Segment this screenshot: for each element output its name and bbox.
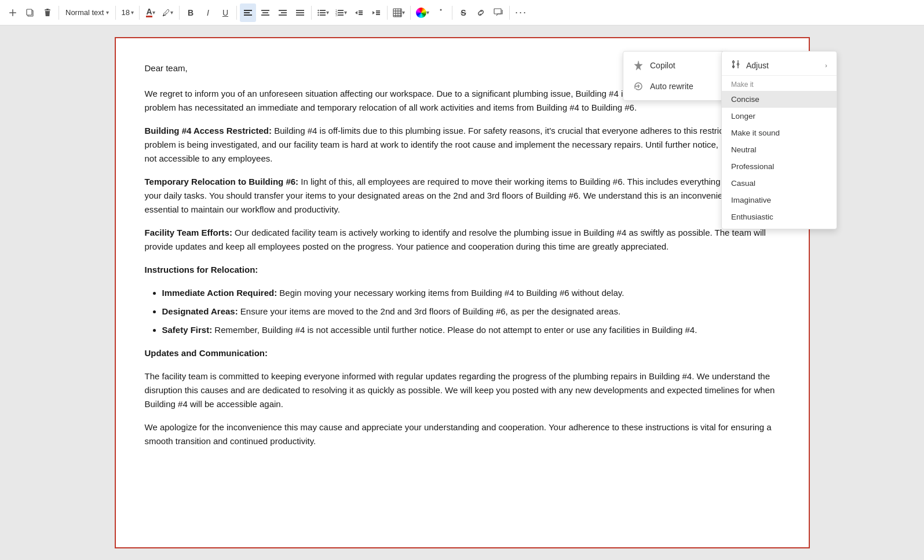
svg-rect-2 — [244, 10, 252, 11]
svg-rect-23 — [338, 12, 344, 13]
bullet3-title: Safety First: — [162, 325, 213, 335]
svg-rect-21 — [338, 10, 344, 11]
section4-title-para: Instructions for Relocation: — [145, 263, 780, 277]
align-center-icon — [261, 8, 270, 17]
bullet-item-3: Safety First: Remember, Building #4 is n… — [162, 323, 780, 337]
section3: Facility Team Efforts: Our dedicated fac… — [145, 226, 780, 254]
sep7 — [387, 6, 388, 20]
bullet-item-1: Immediate Action Required: Begin moving … — [162, 286, 780, 300]
section5-title-para: Updates and Communication: — [145, 346, 780, 360]
section4-title: Instructions for Relocation: — [145, 265, 258, 274]
svg-rect-31 — [376, 10, 380, 12]
link-btn[interactable] — [473, 3, 489, 22]
adjust-menu-header[interactable]: Adjust › — [722, 55, 837, 76]
style-dropdown[interactable]: Normal text ▾ — [62, 3, 112, 22]
svg-rect-42 — [494, 9, 501, 14]
adjust-neutral[interactable]: Neutral — [722, 141, 837, 158]
bullet3-body: Remember, Building #4 is not accessible … — [212, 325, 697, 335]
adjust-professional[interactable]: Professional — [722, 158, 837, 175]
italic-label: I — [207, 8, 209, 17]
svg-text:3.: 3. — [335, 13, 338, 17]
rewrite-label: Auto rewrite — [650, 82, 693, 91]
adjust-longer[interactable]: Longer — [722, 108, 837, 125]
strikethrough-icon: S — [461, 8, 466, 17]
link-icon — [476, 8, 485, 17]
sep4 — [179, 6, 180, 20]
sep9 — [452, 6, 452, 20]
svg-point-41 — [440, 9, 441, 10]
highlight-btn[interactable]: 🖊 ▾ — [160, 3, 176, 22]
accessibility-icon — [436, 8, 445, 17]
bullet-list: Immediate Action Required: Begin moving … — [162, 286, 780, 337]
align-left-btn[interactable] — [240, 3, 256, 22]
copilot-menu: Copilot Auto rewrite — [623, 51, 727, 101]
copy-icon — [25, 8, 35, 17]
svg-rect-19 — [320, 14, 326, 16]
text-color-chevron: ▾ — [152, 9, 155, 16]
adjust-make-sound[interactable]: Make it sound — [722, 125, 837, 141]
bold-btn[interactable]: B — [182, 3, 199, 22]
sep6 — [311, 6, 312, 20]
underline-btn[interactable]: U — [217, 3, 233, 22]
delete-btn[interactable] — [39, 3, 56, 22]
align-center-btn[interactable] — [257, 3, 273, 22]
svg-point-18 — [317, 14, 319, 15]
svg-rect-12 — [296, 12, 304, 13]
copy-btn[interactable] — [22, 3, 38, 22]
color-theme-chevron: ▾ — [426, 9, 429, 16]
svg-rect-33 — [376, 14, 380, 15]
sep8 — [410, 6, 411, 20]
section1-title: Building #4 Access Restricted: — [145, 126, 272, 136]
highlight-icon: 🖊 — [162, 8, 170, 17]
copilot-menu-item-copilot[interactable]: Copilot — [623, 55, 726, 76]
svg-rect-28 — [359, 12, 363, 13]
closing-paragraph: We apologize for the inconvenience this … — [145, 420, 780, 448]
table-btn[interactable]: ▾ — [390, 3, 407, 22]
font-size-btn[interactable]: 18 ▾ — [119, 3, 136, 22]
color-theme-btn[interactable]: ▾ — [414, 3, 432, 22]
numbered-list-btn[interactable]: 1.2.3. ▾ — [333, 3, 349, 22]
section2-title: Temporary Relocation to Building #6: — [145, 177, 299, 186]
section1: Building #4 Access Restricted: Building … — [145, 124, 780, 166]
document[interactable]: Dear team, We regret to inform you of an… — [115, 37, 810, 548]
comment-btn[interactable] — [490, 3, 506, 22]
text-color-icon: A — [146, 8, 152, 17]
bullet-item-2: Designated Areas: Ensure your items are … — [162, 305, 780, 319]
accessibility-btn[interactable] — [433, 3, 449, 22]
svg-rect-6 — [262, 12, 268, 13]
svg-rect-4 — [244, 14, 252, 16]
adjust-enthusiastic[interactable]: Enthusiastic — [722, 208, 837, 225]
adjust-concise[interactable]: Concise — [722, 91, 837, 108]
svg-rect-8 — [279, 10, 287, 11]
highlight-chevron: ▾ — [170, 9, 173, 16]
adjust-icon — [731, 60, 740, 71]
copilot-label: Copilot — [650, 61, 675, 70]
adjust-imaginative[interactable]: Imaginative — [722, 192, 837, 208]
svg-rect-5 — [261, 10, 269, 11]
svg-rect-13 — [296, 14, 304, 16]
adjust-casual[interactable]: Casual — [722, 175, 837, 192]
svg-rect-9 — [281, 12, 287, 13]
section5-title: Updates and Communication: — [145, 348, 268, 358]
align-justify-btn[interactable] — [292, 3, 308, 22]
comment-icon — [494, 8, 503, 17]
section3-body: Our dedicated facility team is actively … — [145, 228, 766, 251]
text-color-btn[interactable]: A ▾ — [143, 3, 159, 22]
table-chevron: ▾ — [402, 9, 405, 16]
copilot-menu-item-rewrite[interactable]: Auto rewrite — [623, 76, 726, 97]
bullet-list-btn[interactable]: ▾ — [315, 3, 331, 22]
svg-point-46 — [733, 61, 735, 63]
indent-increase-btn[interactable] — [368, 3, 384, 22]
style-label: Normal text — [65, 8, 104, 17]
bullet-chevron: ▾ — [326, 9, 329, 16]
indent-decrease-btn[interactable] — [350, 3, 367, 22]
more-options-btn[interactable]: ··· — [513, 3, 529, 22]
strikethrough-btn[interactable]: S — [455, 3, 472, 22]
italic-btn[interactable]: I — [200, 3, 216, 22]
table-icon — [393, 8, 402, 17]
add-icon-btn[interactable] — [5, 3, 21, 22]
make-it-label: Make it — [722, 78, 837, 91]
align-right-btn[interactable] — [275, 3, 291, 22]
svg-point-14 — [317, 9, 319, 10]
section5-body: The facility team is committed to keepin… — [145, 369, 780, 411]
